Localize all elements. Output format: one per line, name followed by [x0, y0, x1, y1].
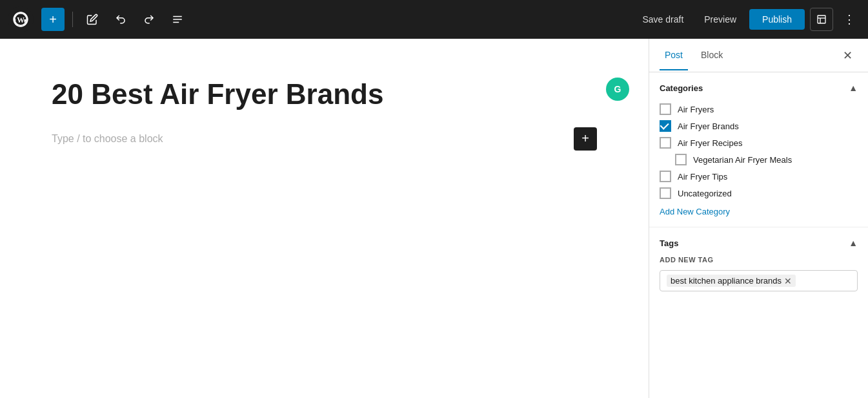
category-label-air-fryer-recipes: Air Fryer Recipes	[678, 138, 742, 148]
category-label-air-fryers: Air Fryers	[678, 105, 714, 114]
add-new-tag-label: ADD NEW TAG	[660, 256, 858, 264]
more-options-button[interactable]: ⋮	[838, 10, 860, 29]
tags-header: Tags ▲	[660, 238, 858, 248]
grammarly-button[interactable]: G	[606, 78, 629, 101]
redo-button[interactable]	[137, 8, 161, 31]
block-placeholder: Type / to choose a block +	[52, 127, 597, 151]
category-checkbox-uncategorized[interactable]	[660, 187, 671, 199]
category-item-uncategorized: Uncategorized	[660, 185, 858, 202]
toolbar-right: Save draft Preview Publish ⋮	[634, 8, 860, 31]
post-title[interactable]: 20 Best Air Fryer Brands	[52, 78, 597, 112]
category-label-vegetarian-air-fryer-meals: Vegetarian Air Fryer Meals	[693, 155, 792, 165]
sidebar-tabs: Post Block ✕	[649, 39, 868, 72]
inline-add-block-button[interactable]: +	[574, 127, 597, 151]
svg-text:W: W	[17, 16, 25, 25]
category-label-air-fryer-tips: Air Fryer Tips	[678, 172, 727, 182]
editor-area: G 20 Best Air Fryer Brands Type / to cho…	[0, 39, 649, 398]
sidebar-content: Categories ▲ Air Fryers Air Fryer Brands…	[649, 72, 868, 398]
category-checkbox-air-fryer-recipes[interactable]	[660, 137, 671, 149]
add-new-category-link[interactable]: Add New Category	[660, 207, 858, 216]
preview-button[interactable]: Preview	[696, 10, 744, 28]
category-item-air-fryer-tips: Air Fryer Tips	[660, 168, 858, 185]
category-checkbox-vegetarian-air-fryer-meals[interactable]	[675, 154, 687, 165]
categories-title: Categories	[660, 83, 703, 93]
wordpress-logo[interactable]: W	[8, 6, 34, 32]
categories-header: Categories ▲	[660, 83, 858, 93]
category-checkbox-air-fryers[interactable]	[660, 103, 671, 115]
undo-button[interactable]	[109, 8, 132, 31]
toolbar-divider	[72, 12, 73, 27]
layout-view-button[interactable]	[810, 8, 833, 31]
placeholder-text: Type / to choose a block	[52, 133, 163, 145]
sidebar-close-button[interactable]: ✕	[837, 45, 858, 66]
tag-chip-text: best kitchen appliance brands	[671, 276, 782, 286]
add-block-button[interactable]: +	[41, 8, 65, 31]
save-draft-button[interactable]: Save draft	[634, 10, 691, 28]
category-checkbox-air-fryer-brands[interactable]	[660, 120, 671, 132]
main-area: G 20 Best Air Fryer Brands Type / to cho…	[0, 39, 868, 398]
categories-section: Categories ▲ Air Fryers Air Fryer Brands…	[649, 72, 868, 227]
category-checkbox-air-fryer-tips[interactable]	[660, 171, 671, 182]
category-item-vegetarian-air-fryer-meals: Vegetarian Air Fryer Meals	[660, 151, 858, 168]
category-label-uncategorized: Uncategorized	[678, 189, 732, 198]
tags-section: Tags ▲ ADD NEW TAG best kitchen applianc…	[649, 227, 868, 302]
sidebar: Post Block ✕ Categories ▲ Air Fryers	[649, 39, 868, 398]
tag-chip-remove-button[interactable]: ✕	[784, 277, 792, 286]
tag-input-wrapper[interactable]: best kitchen appliance brands ✕	[660, 270, 858, 291]
category-item-air-fryers: Air Fryers	[660, 101, 858, 118]
tags-toggle[interactable]: ▲	[849, 238, 858, 248]
category-item-air-fryer-brands: Air Fryer Brands	[660, 118, 858, 134]
tag-chip-best-kitchen: best kitchen appliance brands ✕	[667, 275, 796, 287]
category-item-air-fryer-recipes: Air Fryer Recipes	[660, 134, 858, 151]
tab-post[interactable]: Post	[660, 41, 688, 70]
edit-tool-button[interactable]	[81, 8, 104, 31]
categories-toggle[interactable]: ▲	[849, 83, 858, 93]
document-overview-button[interactable]	[166, 8, 189, 31]
tab-block[interactable]: Block	[696, 41, 728, 70]
tags-title: Tags	[660, 238, 678, 248]
category-label-air-fryer-brands: Air Fryer Brands	[678, 121, 739, 131]
toolbar: W + Save draft Preview Publish	[0, 0, 868, 39]
publish-button[interactable]: Publish	[749, 9, 805, 30]
svg-rect-5	[818, 16, 825, 23]
